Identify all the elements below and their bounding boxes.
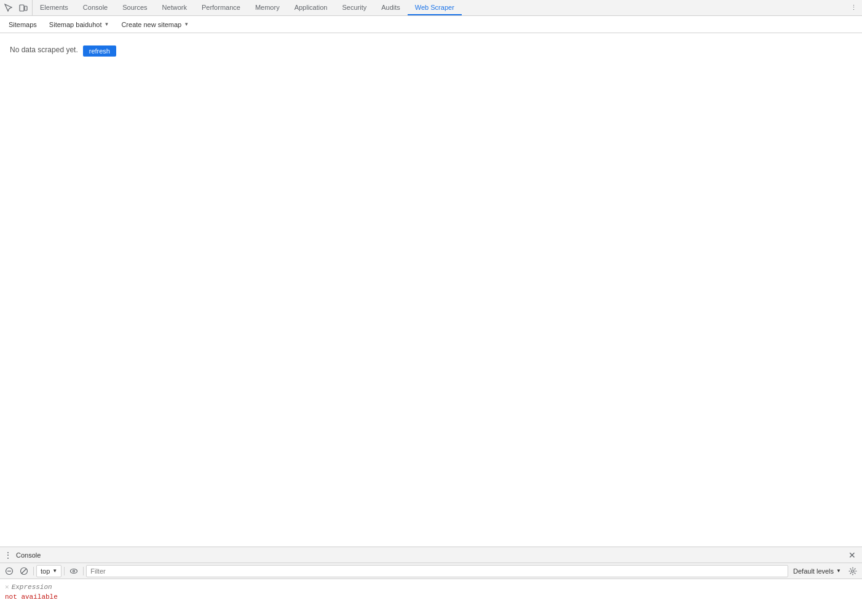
console-panel: ⋮ Console ✕ top ▼ [0, 547, 862, 616]
svg-rect-0 [20, 5, 24, 11]
devtools-icons [0, 0, 33, 15]
tab-web-scraper[interactable]: Web Scraper [408, 0, 462, 15]
tab-audits[interactable]: Audits [374, 0, 408, 15]
create-new-sitemap-dropdown[interactable]: Create new sitemap ▼ [115, 18, 195, 31]
tab-security[interactable]: Security [334, 0, 374, 15]
tab-elements[interactable]: Elements [33, 0, 76, 15]
expression-label: Expression [12, 583, 52, 591]
svg-point-7 [73, 570, 75, 572]
console-header: ⋮ Console ✕ [0, 547, 862, 563]
tabs-nav: Elements Console Sources Network Perform… [33, 0, 845, 15]
tab-memory[interactable]: Memory [248, 0, 287, 15]
context-dropdown-arrow: ▼ [52, 568, 57, 574]
filter-input[interactable] [86, 565, 788, 577]
tab-performance[interactable]: Performance [194, 0, 248, 15]
not-available-text: not available [5, 592, 857, 602]
expression-line: ✕ Expression [5, 582, 857, 592]
console-title: Console [16, 551, 846, 559]
console-toolbar: top ▼ Default levels ▼ [0, 563, 862, 579]
eye-icon[interactable] [67, 564, 81, 578]
sitemap-dropdown-arrow: ▼ [104, 22, 109, 27]
svg-rect-1 [25, 6, 27, 10]
settings-icon[interactable] [846, 564, 860, 578]
sitemaps-tab[interactable]: Sitemaps [2, 18, 43, 31]
clear-console-button[interactable] [2, 564, 16, 578]
context-selector[interactable]: top ▼ [36, 565, 61, 577]
svg-line-5 [22, 569, 26, 574]
no-data-text: No data scraped yet. [10, 45, 78, 54]
tab-network[interactable]: Network [155, 0, 194, 15]
create-new-dropdown-arrow: ▼ [184, 22, 189, 27]
refresh-button[interactable]: refresh [83, 45, 116, 57]
levels-dropdown-arrow: ▼ [836, 568, 841, 574]
tab-sources[interactable]: Sources [115, 0, 154, 15]
default-levels-dropdown[interactable]: Default levels ▼ [789, 565, 845, 577]
console-close-button[interactable]: ✕ [846, 549, 858, 561]
sitemap-baiduhot-dropdown[interactable]: Sitemap baiduhot ▼ [43, 18, 116, 31]
sub-toolbar: Sitemaps Sitemap baiduhot ▼ Create new s… [0, 16, 862, 33]
device-toolbar-icon[interactable] [17, 2, 30, 14]
ban-icon[interactable] [17, 564, 31, 578]
toolbar-divider-2 [64, 567, 65, 575]
console-content: ✕ Expression not available [0, 579, 862, 616]
svg-point-8 [852, 570, 854, 572]
toolbar-divider-3 [83, 567, 84, 575]
devtools-toolbar: Elements Console Sources Network Perform… [0, 0, 862, 16]
tab-application[interactable]: Application [287, 0, 335, 15]
console-drag-handle[interactable]: ⋮ [4, 550, 12, 560]
main-content: No data scraped yet. refresh [0, 33, 862, 547]
inspect-element-icon[interactable] [2, 2, 15, 14]
tab-console[interactable]: Console [76, 0, 115, 15]
more-tabs-button[interactable]: ⋮ [845, 0, 862, 15]
toolbar-divider-1 [33, 567, 34, 575]
svg-point-6 [71, 569, 77, 573]
